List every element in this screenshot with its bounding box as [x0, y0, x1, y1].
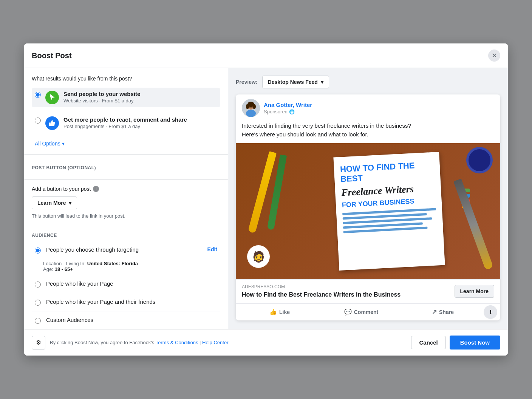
button-type-label: Learn More — [37, 200, 66, 206]
audience-custom-radio[interactable] — [35, 318, 41, 324]
preview-dropdown-label: Desktop News Feed — [268, 79, 318, 85]
footer-left: ⚙ By clicking Boost Now, you agree to Fa… — [32, 336, 228, 350]
dropdown-chevron-icon: ▾ — [69, 200, 71, 206]
fb-link-domain: ADESPRESSO.COM — [242, 284, 401, 289]
character-circle: 🧔 — [247, 245, 270, 268]
modal-overlay: Boost Post ✕ What results would you like… — [0, 0, 532, 399]
character-emoji: 🧔 — [252, 251, 265, 263]
audience-page-likes-radio[interactable] — [35, 281, 41, 288]
post-button-section-header: POST BUTTON (Optional) — [32, 161, 220, 173]
audience-item-custom[interactable]: Custom Audiences — [32, 311, 220, 329]
fb-author-info: Ana Gotter, Writer Sponsored 🌐 — [264, 102, 312, 114]
audience-targeting-radio[interactable] — [35, 247, 41, 254]
gear-icon: ⚙ — [36, 339, 41, 346]
audience-item-page-likes[interactable]: People who like your Page — [32, 275, 220, 293]
info-icon: i — [93, 186, 99, 192]
avatar-image — [242, 99, 260, 117]
preview-label: Preview: — [236, 79, 258, 85]
option-engage-title: Get more people to react, comment and sh… — [63, 116, 187, 123]
thumbsup-icon — [48, 119, 56, 127]
globe-icon: 🌐 — [289, 109, 295, 114]
privacy-button[interactable]: ℹ — [484, 305, 497, 319]
fb-post-text-line1: Interested in finding the very best free… — [242, 122, 494, 130]
targeting-location-row: Location - Living In: United States: Flo… — [43, 261, 220, 266]
boost-post-modal: Boost Post ✕ What results would you like… — [24, 43, 508, 356]
share-label: Share — [439, 309, 454, 315]
option-website-title: Send people to your website — [63, 91, 140, 97]
cursor-icon — [48, 94, 56, 101]
pen-fancy — [453, 179, 493, 270]
fb-actions: 👍 Like 💬 Comment ↗ Share ℹ — [236, 303, 500, 320]
all-options-link[interactable]: All Options ▾ — [32, 139, 220, 148]
modal-header: Boost Post ✕ — [24, 43, 508, 68]
cancel-button[interactable]: Cancel — [411, 336, 445, 349]
audience-item-targeting[interactable]: People you choose through targeting Edit — [32, 241, 220, 259]
share-icon: ↗ — [432, 308, 437, 315]
targeting-age-row: Age: 18 - 65+ — [43, 266, 220, 272]
img-paper-title2: Freelance Writers — [341, 182, 435, 198]
audience-section-header: AUDIENCE — [32, 231, 220, 241]
chevron-down-icon: ▾ — [62, 141, 65, 147]
section-divider-3 — [24, 225, 228, 225]
option-website[interactable]: Send people to your website Website visi… — [32, 88, 220, 107]
option-engage-radio[interactable] — [35, 118, 41, 124]
fb-like-button[interactable]: 👍 Like — [239, 305, 320, 319]
terms-link[interactable]: Terms & Conditions — [156, 340, 198, 345]
add-button-label: Add a button to your post i — [32, 186, 220, 192]
all-options-label: All Options — [35, 141, 60, 147]
img-paper: HOW TO FIND THE BEST Freelance Writers F… — [333, 152, 445, 271]
img-paper-title3: FOR YOUR BUSINESS — [342, 196, 436, 209]
targeting-age-label: Age: — [43, 266, 53, 272]
like-label: Like — [279, 309, 290, 315]
preview-header: Preview: Desktop News Feed ▾ — [236, 76, 500, 88]
fb-comment-button[interactable]: 💬 Comment — [320, 305, 402, 319]
audience-item-page-friends[interactable]: People who like your Page and their frie… — [32, 293, 220, 311]
option-website-subtitle: Website visitors · From $1 a day — [63, 98, 140, 104]
audience-edit-button[interactable]: Edit — [207, 246, 217, 252]
fb-author-name: Ana Gotter, Writer — [264, 102, 312, 108]
close-icon: ✕ — [492, 51, 497, 60]
modal-footer: ⚙ By clicking Boost Now, you agree to Fa… — [24, 329, 508, 356]
fb-post-text: Interested in finding the very best free… — [236, 122, 500, 143]
boost-now-button[interactable]: Boost Now — [450, 336, 500, 350]
audience-page-likes-label: People who like your Page — [46, 280, 217, 287]
button-hint: This button will lead to the link in you… — [32, 213, 220, 219]
fb-sponsored: Sponsored 🌐 — [264, 109, 312, 114]
preview-dropdown[interactable]: Desktop News Feed ▾ — [262, 76, 329, 88]
audience-page-friends-radio[interactable] — [35, 300, 41, 306]
audience-custom-label: Custom Audiences — [46, 317, 217, 323]
fb-link-title: How to Find the Best Freelance Writers i… — [242, 291, 401, 299]
section-divider-2 — [24, 179, 228, 180]
preview-chevron-icon: ▾ — [321, 79, 323, 85]
button-type-dropdown[interactable]: Learn More ▾ — [32, 196, 77, 209]
targeting-location-value: United States: Florida — [87, 261, 138, 266]
fb-link-info: ADESPRESSO.COM How to Find the Best Free… — [242, 284, 401, 299]
right-panel: Preview: Desktop News Feed ▾ — [228, 68, 508, 329]
svg-point-5 — [246, 104, 249, 109]
footer-right: Cancel Boost Now — [411, 336, 500, 350]
avatar — [242, 99, 260, 117]
help-center-link[interactable]: Help Center — [202, 340, 228, 345]
section-question: What results would you like from this po… — [32, 76, 220, 82]
footer-terms-text: By clicking Boost Now, you agree to Face… — [50, 340, 228, 345]
gear-button[interactable]: ⚙ — [32, 336, 45, 350]
option-engage-text: Get more people to react, comment and sh… — [63, 116, 187, 129]
img-lines — [342, 208, 437, 234]
fb-image-inner: HOW TO FIND THE BEST Freelance Writers F… — [236, 143, 500, 279]
targeting-age-value: 18 - 65+ — [55, 266, 73, 272]
option-engage-subtitle: Post engagements · From $1 a day — [63, 124, 187, 129]
fb-post-text-line2: Here's where you should look and what to… — [242, 130, 494, 139]
close-button[interactable]: ✕ — [488, 49, 500, 62]
comment-label: Comment — [354, 309, 379, 315]
option-website-icon — [45, 91, 59, 104]
targeting-details: Location - Living In: United States: Flo… — [43, 259, 220, 275]
fb-share-button[interactable]: ↗ Share — [402, 305, 484, 319]
fb-post-image: HOW TO FIND THE BEST Freelance Writers F… — [236, 143, 500, 279]
fb-learn-more-button[interactable]: Learn More — [455, 285, 494, 298]
fb-card-header: Ana Gotter, Writer Sponsored 🌐 — [236, 94, 500, 122]
option-engage[interactable]: Get more people to react, comment and sh… — [32, 113, 220, 133]
coffee-cup — [466, 147, 493, 173]
option-website-radio[interactable] — [35, 92, 41, 98]
left-panel: What results would you like from this po… — [24, 68, 228, 329]
img-paper-title1: HOW TO FIND THE BEST — [340, 160, 434, 185]
